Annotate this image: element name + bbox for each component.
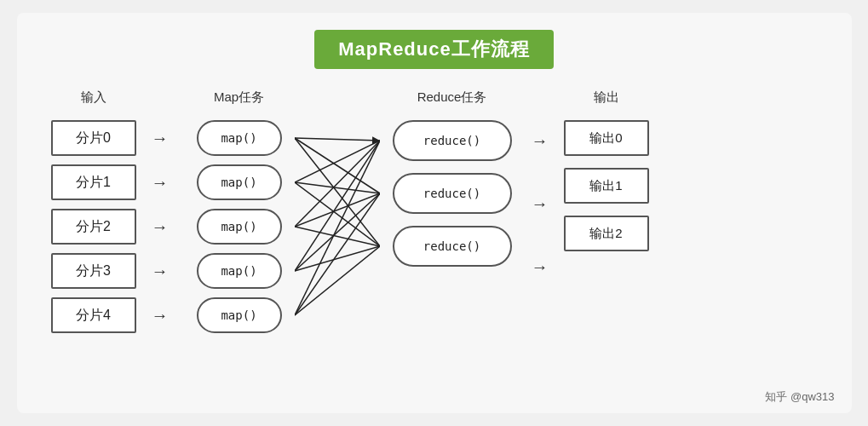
watermark: 知乎 @qw313 [765, 389, 834, 405]
map-item-3: map() [197, 253, 282, 289]
main-container: MapReduce工作流程 输入 分片0 分片1 分片2 分片3 分片4 → →… [17, 13, 852, 413]
arrow-0: → [152, 120, 169, 156]
map-item-1: map() [197, 164, 282, 200]
arrows-input-to-map: → → → → → [145, 89, 175, 333]
input-item-2: 分片2 [51, 209, 136, 245]
svg-line-13 [295, 193, 380, 315]
map-column: Map任务 map() map() map() map() map() [184, 89, 295, 333]
svg-line-7 [295, 193, 380, 227]
diagram-area: 输入 分片0 分片1 分片2 分片3 分片4 → → → → → Map任务 m… [43, 89, 826, 345]
input-label: 输入 [81, 89, 106, 108]
map-item-2: map() [197, 209, 282, 245]
output-item-0: 输出0 [564, 120, 649, 156]
output-label: 输出 [594, 89, 619, 108]
reduce-item-0: reduce() [393, 120, 512, 161]
arrows-reduce-to-output: → → → [525, 89, 555, 287]
arrow-4: → [152, 297, 169, 333]
input-items: 分片0 分片1 分片2 分片3 分片4 [51, 120, 136, 333]
svg-line-12 [295, 141, 380, 315]
reduce-item-1: reduce() [393, 173, 512, 214]
input-item-3: 分片3 [51, 253, 136, 289]
map-item-4: map() [197, 297, 282, 333]
output-item-2: 输出2 [564, 216, 649, 251]
reduce-item-2: reduce() [393, 226, 512, 267]
input-item-4: 分片4 [51, 297, 136, 333]
arrow-2: → [152, 209, 169, 245]
output-item-1: 输出1 [564, 168, 649, 204]
map-label: Map任务 [214, 89, 264, 108]
output-items: 输出0 输出1 输出2 [564, 120, 649, 251]
reduce-label: Reduce任务 [417, 89, 487, 108]
out-arrow-2: → [532, 246, 549, 287]
arrow-1: → [152, 164, 169, 200]
input-item-1: 分片1 [51, 164, 136, 200]
input-column: 输入 分片0 分片1 分片2 分片3 分片4 [43, 89, 145, 333]
out-arrow-1: → [532, 183, 549, 224]
title-banner: MapReduce工作流程 [314, 30, 553, 69]
reduce-column: Reduce任务 reduce() reduce() reduce() [380, 89, 525, 267]
map-item-0: map() [197, 120, 282, 156]
arrow-3: → [152, 253, 169, 289]
out-arrow-0: → [532, 120, 549, 161]
reduce-items: reduce() reduce() reduce() [393, 120, 512, 267]
svg-line-14 [295, 246, 380, 315]
output-column: 输出 输出0 输出1 输出2 [555, 89, 658, 251]
fanout-arrows [295, 89, 380, 345]
svg-line-0 [295, 138, 380, 141]
input-item-0: 分片0 [51, 120, 136, 156]
fanout-svg [295, 120, 380, 384]
map-items: map() map() map() map() map() [197, 120, 282, 333]
